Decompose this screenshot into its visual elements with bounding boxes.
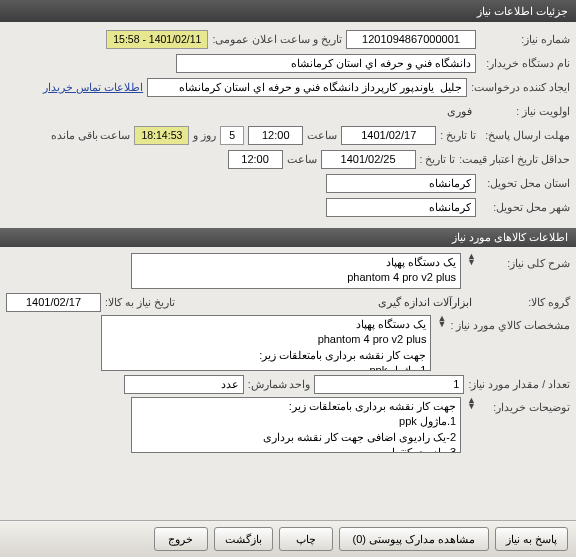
qty-field[interactable] [314, 375, 464, 394]
to-date-label-1: تا تاریخ : [440, 129, 476, 141]
need-desc-label: شرح کلی نیاز: [480, 253, 570, 269]
delivery-city-label: شهر محل تحویل: [480, 201, 570, 213]
exit-button[interactable]: خروج [154, 527, 208, 551]
unit-label: واحد شمارش: [248, 378, 311, 390]
buyer-contact-link[interactable]: اطلاعات تماس خریدار [43, 81, 143, 93]
back-button[interactable]: بازگشت [214, 527, 273, 551]
to-date-label-2: تا تاریخ : [420, 153, 456, 165]
delivery-city-field[interactable] [326, 198, 476, 217]
goods-spec-field[interactable]: یک دستگاه پهپاد phantom 4 pro v2 plus جه… [101, 315, 431, 371]
price-validity-label: حداقل تاریخ اعتبار قیمت: [459, 153, 570, 165]
expand-icon[interactable]: ▲▼ [437, 315, 446, 327]
unit-field[interactable] [124, 375, 244, 394]
buyer-notes-label: توضیحات خریدار: [480, 397, 570, 413]
main-form: شماره نیاز: تاریخ و ساعت اعلان عمومی: 14… [0, 22, 576, 224]
need-desc-field[interactable]: یک دستگاه پهپاد phantom 4 pro v2 plus [131, 253, 461, 289]
deadline-time-field[interactable] [248, 126, 303, 145]
requestor-label: ایجاد کننده درخواست: [471, 81, 570, 93]
need-number-field[interactable] [346, 30, 476, 49]
window-title: جزئیات اطلاعات نیاز [477, 5, 568, 18]
respond-button[interactable]: پاسخ به نیاز [495, 527, 568, 551]
buyer-notes-field[interactable]: جهت کار نقشه برداری بامتعلقات زیر: 1.ماژ… [131, 397, 461, 453]
button-bar: پاسخ به نیاز مشاهده مدارک پیوستی (0) چاپ… [0, 520, 576, 557]
delivery-province-label: استان محل تحویل: [480, 177, 570, 189]
priority-label: اولویت نیاز : [480, 105, 570, 117]
time-label-1: ساعت [307, 129, 337, 141]
delivery-province-field[interactable] [326, 174, 476, 193]
announce-date-label: تاریخ و ساعت اعلان عمومی: [212, 33, 342, 45]
deadline-date-field[interactable] [341, 126, 436, 145]
days-unit-label: روز و [193, 129, 216, 141]
goods-group-value: ابزارآلات اندازه گیری [374, 296, 476, 308]
buyer-org-field[interactable] [176, 54, 476, 73]
expand-icon[interactable]: ▲▼ [467, 397, 476, 409]
need-to-goods-date-label: تاریخ نیاز به کالا: [105, 296, 175, 308]
announce-date-value: 1401/02/11 - 15:58 [106, 30, 208, 49]
need-to-goods-date-field[interactable] [6, 293, 101, 312]
qty-label: تعداد / مقدار مورد نیاز: [468, 378, 570, 390]
attachments-button[interactable]: مشاهده مدارک پیوستی (0) [339, 527, 489, 551]
expand-icon[interactable]: ▲▼ [467, 253, 476, 265]
goods-form: شرح کلی نیاز: ▲▼ یک دستگاه پهپاد phantom… [0, 247, 576, 459]
price-validity-time-field[interactable] [228, 150, 283, 169]
days-left-value: 5 [220, 126, 244, 145]
window-title-bar: جزئیات اطلاعات نیاز [0, 0, 576, 22]
buyer-org-label: نام دستگاه خریدار: [480, 57, 570, 69]
time-label-2: ساعت [287, 153, 317, 165]
price-validity-date-field[interactable] [321, 150, 416, 169]
requestor-field[interactable] [147, 78, 467, 97]
countdown-value: 18:14:53 [134, 126, 189, 145]
goods-section-header: اطلاعات کالاهای مورد نیاز [0, 228, 576, 247]
goods-group-label: گروه کالا: [480, 296, 570, 308]
goods-spec-label: مشخصات کالاي مورد نیاز : [450, 315, 570, 331]
print-button[interactable]: چاپ [279, 527, 333, 551]
priority-value: فوری [443, 105, 476, 117]
remaining-label: ساعت باقی مانده [51, 129, 131, 141]
deadline-label: مهلت ارسال پاسخ: [480, 129, 570, 141]
need-number-label: شماره نیاز: [480, 33, 570, 45]
